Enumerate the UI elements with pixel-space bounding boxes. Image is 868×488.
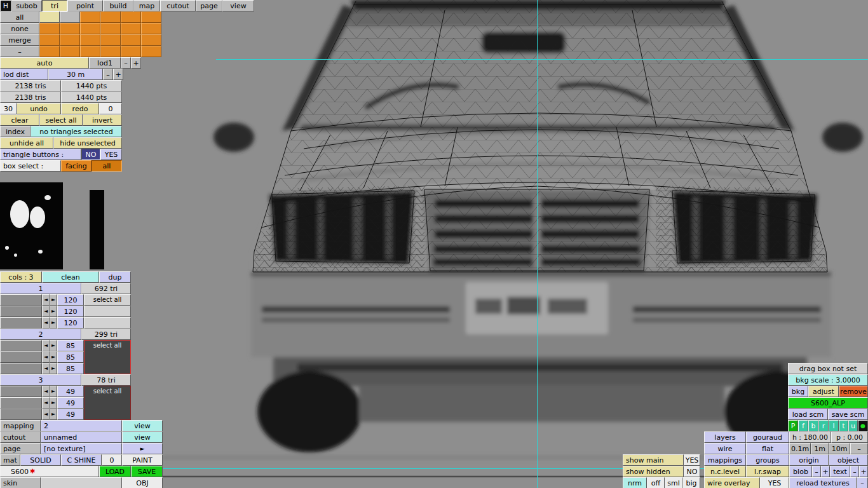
dec-arrow[interactable]: ◄ [42, 306, 50, 317]
lod-minus-button[interactable]: – [121, 57, 131, 69]
solid-button[interactable]: SOLID [20, 454, 61, 466]
show-hidden-toggle[interactable]: NO [684, 466, 700, 477]
toolbar-item-point[interactable]: point [67, 0, 103, 11]
group-3-button[interactable]: 3 [0, 374, 81, 386]
skin-button[interactable]: skin [0, 477, 41, 488]
group-color-red[interactable] [0, 294, 42, 306]
nrm-big-button[interactable]: big [682, 477, 700, 488]
lod-dist-plus-button[interactable]: + [113, 69, 123, 80]
page-texture-field[interactable]: [no texture] [41, 443, 122, 454]
layers-button[interactable]: layers [704, 431, 746, 443]
toolbar-item-subob[interactable]: subob [11, 0, 42, 11]
inc-arrow[interactable]: ► [50, 340, 57, 351]
lod-dist-minus-button[interactable]: – [103, 69, 113, 80]
wire-button[interactable]: wire [704, 443, 746, 454]
subobject-slot[interactable] [100, 46, 121, 57]
group-2-select-all-button[interactable]: select all [84, 340, 131, 374]
nrm-off-button[interactable]: off [647, 477, 665, 488]
box-select-facing[interactable]: facing [61, 160, 92, 172]
subobject-slot[interactable] [80, 11, 100, 23]
grid-10m-button[interactable]: 10m [829, 443, 850, 454]
toolbar-item-map[interactable]: map [133, 0, 160, 11]
dup-button[interactable]: dup [99, 271, 131, 283]
view-left-button[interactable]: l [829, 420, 839, 431]
dec-arrow[interactable]: ◄ [42, 340, 50, 351]
clean-button[interactable]: clean [42, 271, 99, 283]
inc-arrow[interactable]: ► [50, 294, 57, 306]
save-button[interactable]: SAVE [131, 466, 163, 477]
view-right-button[interactable]: r [818, 420, 829, 431]
nc-level-button[interactable]: n.c.level [704, 466, 746, 477]
unhide-all-button[interactable]: unhide all [0, 137, 53, 149]
subobject-slot[interactable] [80, 46, 100, 57]
invert-button[interactable]: invert [83, 114, 122, 126]
view-under-button[interactable]: u [848, 420, 858, 431]
grid-01m-button[interactable]: 0.1m [789, 443, 811, 454]
subobject-slot[interactable] [39, 23, 60, 34]
subobject-slot-empty[interactable] [60, 11, 80, 23]
inc-arrow[interactable]: ► [50, 351, 57, 363]
object-button[interactable]: object [829, 454, 868, 466]
undo-button[interactable]: undo [17, 103, 61, 114]
group-color-green[interactable] [0, 306, 42, 317]
lod-plus-button[interactable]: + [131, 57, 141, 69]
group-color-green[interactable] [0, 351, 42, 363]
show-main-toggle[interactable]: YES [684, 454, 700, 466]
dec-arrow[interactable]: ◄ [42, 409, 50, 420]
subobject-slot[interactable] [60, 23, 80, 34]
subobject-slot[interactable] [39, 34, 60, 46]
clear-button[interactable]: clear [0, 114, 39, 126]
subobject-slot[interactable] [141, 11, 161, 23]
group-2-button[interactable]: 2 [0, 329, 81, 340]
auto-button[interactable]: auto [0, 57, 89, 69]
dec-arrow[interactable]: ◄ [42, 294, 50, 306]
subobject-slot[interactable] [60, 46, 80, 57]
inc-arrow[interactable]: ► [50, 317, 57, 329]
origin-button[interactable]: origin [789, 454, 829, 466]
subobject-slot[interactable] [121, 46, 141, 57]
group-color-blue[interactable] [0, 317, 42, 329]
triangle-buttons-yes[interactable]: YES [100, 149, 122, 160]
nrm-sml-button[interactable]: sml [665, 477, 682, 488]
group-color-blue[interactable] [0, 363, 42, 374]
toolbar-item-cutout[interactable]: cutout [160, 0, 196, 11]
lod1-button[interactable]: lod1 [89, 57, 121, 69]
subobject-slot[interactable] [121, 34, 141, 46]
box-select-all[interactable]: all [92, 160, 122, 172]
save-scm-button[interactable]: save scm [828, 409, 868, 420]
subobject-slot[interactable] [60, 34, 80, 46]
group-color-blue[interactable] [0, 409, 42, 420]
inc-arrow[interactable]: ► [50, 397, 57, 409]
subobject-slot[interactable] [141, 46, 161, 57]
group-color-red[interactable] [0, 386, 42, 397]
reload-textures-button[interactable]: reload textures [789, 477, 857, 488]
subobject-slot[interactable] [100, 23, 121, 34]
bkg-texture-name-button[interactable]: S600_ALP [788, 397, 868, 409]
inc-arrow[interactable]: ► [50, 306, 57, 317]
subobject-slot[interactable] [121, 11, 141, 23]
toolbar-item-page[interactable]: page [196, 0, 222, 11]
subobject-slot[interactable] [80, 34, 100, 46]
toolbar-item-h[interactable]: H [0, 0, 11, 11]
view-perspective-button[interactable]: P [788, 420, 798, 431]
blob-plus-button[interactable]: + [821, 466, 830, 477]
view-dot-button[interactable]: ● [858, 420, 868, 431]
wire-overlay-toggle[interactable]: YES [760, 477, 789, 488]
dec-arrow[interactable]: ◄ [42, 351, 50, 363]
select-all-button[interactable]: all [0, 11, 39, 23]
dec-arrow[interactable]: ◄ [42, 317, 50, 329]
subobject-slot[interactable] [141, 34, 161, 46]
file-name-field[interactable]: S600 ✱ [0, 466, 99, 477]
bkg-button[interactable]: bkg [788, 386, 808, 397]
cutout-name-field[interactable]: unnamed [41, 431, 122, 443]
mappings-button[interactable]: mappings [704, 454, 746, 466]
subobject-slot[interactable] [80, 23, 100, 34]
index-button[interactable]: index [0, 126, 31, 137]
triangle-buttons-no[interactable]: NO [81, 149, 100, 160]
paint-button[interactable]: PAINT [122, 454, 163, 466]
toolbar-item-build[interactable]: build [103, 0, 133, 11]
redo-button[interactable]: redo [61, 103, 99, 114]
text-plus-button[interactable]: + [859, 466, 868, 477]
inc-arrow[interactable]: ► [50, 363, 57, 374]
remove-button[interactable]: remove [839, 386, 868, 397]
